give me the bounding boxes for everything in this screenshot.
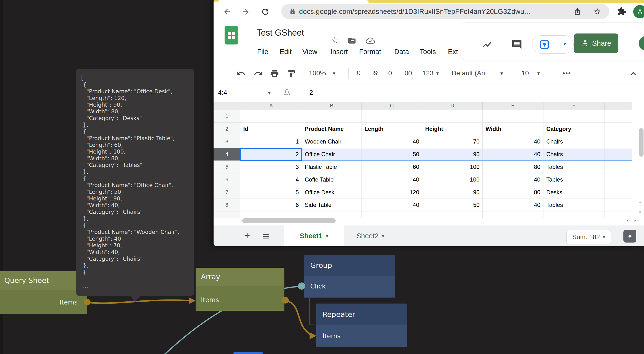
font-caret-icon[interactable]: ▾ — [500, 70, 503, 76]
column-header-g[interactable] — [604, 102, 632, 110]
cell[interactable]: Tables — [544, 199, 604, 211]
row-header-5[interactable]: 5 — [214, 161, 240, 173]
cell[interactable] — [604, 199, 632, 211]
cell[interactable] — [544, 110, 604, 123]
cell[interactable]: 60 — [362, 161, 422, 173]
cell[interactable]: Office Chair — [302, 148, 362, 161]
cell[interactable]: Desks — [544, 186, 604, 199]
sum-status-box[interactable]: Sum: 182 ▾ — [566, 230, 611, 244]
scroll-left-icon[interactable]: ◄ — [626, 219, 629, 222]
cell[interactable]: 50 — [362, 148, 422, 161]
sheet-tab-sheet2[interactable]: Sheet2 ▾ — [348, 226, 393, 246]
redo-icon[interactable] — [254, 69, 263, 78]
cell[interactable]: 4 — [240, 173, 302, 186]
font-select[interactable]: Default (Ari... — [452, 69, 490, 77]
zoom-caret-icon[interactable]: ▾ — [333, 70, 336, 76]
cell[interactable] — [302, 110, 362, 123]
column-header-D[interactable]: D — [422, 102, 483, 110]
explore-sparkle-button[interactable]: ✦ — [624, 230, 636, 243]
cell[interactable] — [362, 110, 422, 123]
menu-item-tools[interactable]: Tools — [420, 48, 436, 56]
cell[interactable] — [604, 211, 632, 218]
font-size-caret-icon[interactable]: ▾ — [537, 70, 540, 76]
menu-item-file[interactable]: File — [257, 48, 268, 56]
name-box-caret-icon[interactable]: ▾ — [268, 90, 270, 96]
cell[interactable]: 80 — [483, 161, 544, 173]
browser-avatar[interactable]: A — [633, 5, 644, 18]
row-header-3[interactable]: 3 — [214, 135, 240, 148]
cell[interactable] — [302, 211, 362, 218]
cell[interactable] — [604, 148, 632, 161]
currency-format-button[interactable]: £ — [356, 69, 360, 77]
back-icon[interactable] — [223, 7, 232, 16]
comment-icon[interactable] — [511, 39, 522, 50]
column-header-F[interactable]: F — [544, 102, 604, 110]
cell[interactable] — [422, 110, 483, 123]
reload-icon[interactable] — [261, 7, 270, 16]
row-header-1[interactable]: 1 — [214, 110, 240, 123]
cell[interactable]: 40 — [483, 199, 544, 211]
doc-title[interactable]: Test GSheet — [257, 28, 304, 38]
cell[interactable]: 1 — [240, 135, 302, 148]
cell[interactable]: Coffe Table — [302, 173, 362, 186]
star-doc-icon[interactable]: ☆ — [331, 35, 338, 45]
sheets-logo[interactable] — [224, 26, 238, 44]
port-label-items-out[interactable]: Items — [59, 299, 78, 306]
cell[interactable]: Product Name — [302, 123, 362, 135]
cell[interactable]: Id — [240, 123, 302, 135]
port-label-click[interactable]: Click — [310, 283, 326, 290]
all-sheets-menu-icon[interactable] — [262, 232, 270, 241]
column-header-A[interactable]: A — [240, 102, 302, 110]
cell[interactable]: 6 — [240, 199, 302, 211]
sheet2-caret-icon[interactable]: ▾ — [382, 233, 384, 239]
extensions-puzzle-icon[interactable] — [617, 7, 626, 16]
print-icon[interactable] — [270, 69, 279, 78]
cell[interactable]: 40 — [483, 173, 544, 186]
cell[interactable] — [604, 135, 632, 148]
node-query-sheet[interactable]: Query Sheet Items — [0, 271, 87, 314]
cell[interactable] — [604, 186, 632, 199]
column-header-E[interactable]: E — [483, 102, 544, 110]
wire-array-to-repeater[interactable] — [285, 300, 310, 334]
cell[interactable]: Tables — [544, 161, 604, 173]
cell[interactable]: 90 — [422, 186, 483, 199]
forward-icon[interactable] — [241, 7, 250, 16]
cell[interactable]: Category — [544, 123, 604, 135]
row-header-6[interactable]: 6 — [214, 173, 240, 186]
sheet1-caret-icon[interactable]: ▾ — [326, 233, 328, 239]
cell[interactable] — [483, 110, 544, 123]
cell[interactable]: Chairs — [544, 148, 604, 161]
menu-item-ext[interactable]: Ext — [448, 48, 458, 56]
menu-item-insert[interactable]: Insert — [330, 48, 348, 56]
cell[interactable]: Office Desk — [302, 186, 362, 199]
share-button[interactable]: Share — [574, 33, 618, 53]
cell[interactable]: 40 — [483, 148, 544, 161]
cell[interactable]: Side Table — [302, 199, 362, 211]
undo-icon[interactable] — [236, 69, 246, 78]
zoom-value[interactable]: 100% — [309, 69, 326, 77]
column-header-B[interactable]: B — [302, 102, 362, 110]
cell[interactable]: 50 — [422, 199, 483, 211]
cell[interactable]: 120 — [362, 186, 422, 199]
column-header-C[interactable]: C — [362, 102, 422, 110]
cell[interactable]: Tables — [544, 173, 604, 186]
cell[interactable] — [483, 211, 544, 218]
insights-icon[interactable] — [482, 39, 492, 50]
paint-format-icon[interactable] — [287, 69, 296, 78]
cell[interactable]: 40 — [362, 135, 422, 148]
cell[interactable]: Wooden Chair — [302, 135, 362, 148]
scroll-up-icon[interactable]: ▲ — [638, 200, 642, 204]
cell[interactable]: 100 — [422, 173, 483, 186]
toolbar-overflow-button[interactable]: ••• — [562, 69, 571, 77]
menu-item-view[interactable]: View — [302, 48, 317, 56]
cell[interactable]: Length — [362, 123, 422, 135]
cell[interactable] — [240, 211, 302, 218]
horizontal-scroll-thumb[interactable] — [242, 218, 336, 223]
row-header-2[interactable]: 2 — [214, 123, 240, 135]
menu-item-edit[interactable]: Edit — [280, 48, 292, 56]
cell[interactable]: Width — [483, 123, 544, 135]
cell[interactable]: Plastic Table — [302, 161, 362, 173]
row-header-7[interactable]: 7 — [214, 186, 240, 199]
cell[interactable] — [240, 110, 302, 123]
move-folder-icon[interactable] — [348, 36, 356, 45]
